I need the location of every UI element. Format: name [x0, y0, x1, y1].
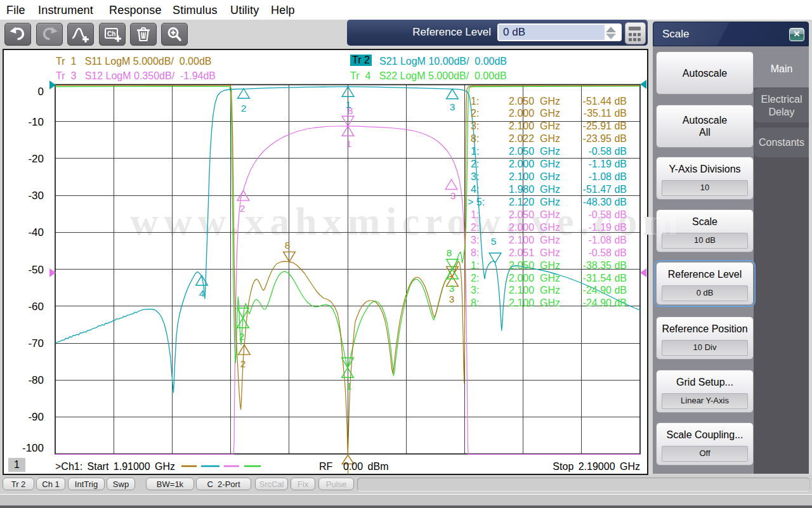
- svg-text:Ch: Ch: [107, 30, 115, 37]
